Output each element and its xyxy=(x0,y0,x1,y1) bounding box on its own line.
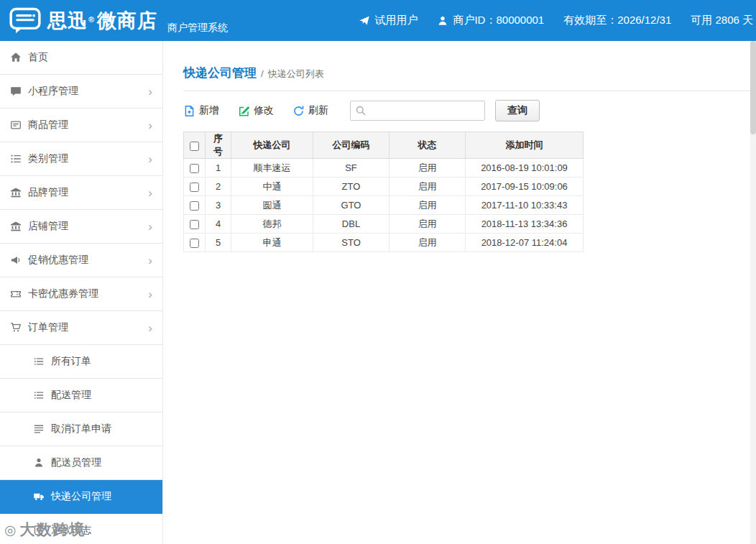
cell-added: 2018-11-13 13:34:36 xyxy=(466,215,584,234)
row-checkbox[interactable] xyxy=(190,183,199,192)
submenu-item-label: 取消订单申请 xyxy=(51,423,152,435)
sidebar-item-miniprogram[interactable]: 小程序管理 › xyxy=(0,75,162,109)
sidebar-item-label: 类别管理 xyxy=(28,152,148,165)
sidebar-item-promotion[interactable]: 促销优惠管理 › xyxy=(0,244,162,277)
sidebar: 首页 小程序管理 › 商品管理 › 类别管理 › 品牌管理 › 店铺管理 › xyxy=(0,41,163,544)
sidebar-item-label: 商品管理 xyxy=(28,119,148,132)
days-available-badge: 可用 2806 天 xyxy=(691,14,753,27)
cell-code: DBL xyxy=(313,215,389,234)
cell-no: 5 xyxy=(206,234,231,252)
checkbox-cell xyxy=(184,234,206,252)
sidebar-item-coupon[interactable]: 卡密优惠券管理 › xyxy=(0,277,162,311)
brand-name: 思迅 xyxy=(47,10,88,32)
table-row[interactable]: 3 圆通 GTO 启用 2017-11-10 10:33:43 xyxy=(184,196,584,215)
col-header-status: 状态 xyxy=(389,132,466,159)
sidebar-item-shop[interactable]: 店铺管理 › xyxy=(0,210,162,244)
sidebar-item-orders[interactable]: 订单管理 › xyxy=(0,311,162,345)
home-icon xyxy=(10,52,22,63)
row-checkbox[interactable] xyxy=(190,239,199,248)
cell-code: SF xyxy=(313,159,389,178)
vertical-scrollbar[interactable] xyxy=(750,41,756,544)
cell-code: ZTO xyxy=(313,178,389,196)
submenu-item-label: 快递公司管理 xyxy=(51,490,152,503)
checkbox-cell xyxy=(184,178,206,196)
row-checkbox[interactable] xyxy=(190,164,199,173)
sidebar-item-label: 品牌管理 xyxy=(28,186,148,199)
page-title: 快递公司管理 xyxy=(183,65,257,81)
merchant-id-badge: 商户ID：80000001 xyxy=(437,14,544,27)
row-checkbox[interactable] xyxy=(190,201,199,211)
chevron-right-icon: › xyxy=(148,119,152,132)
main-content: 快递公司管理 / 快递公司列表 新增 修改 刷新 xyxy=(163,41,756,544)
chevron-right-icon: › xyxy=(148,322,152,334)
sidebar-item-label: 小程序管理 xyxy=(28,85,148,98)
brand-subtitle: 商户管理系统 xyxy=(167,22,228,41)
sidebar-item-label: 促销优惠管理 xyxy=(28,254,148,267)
shop-icon xyxy=(10,221,22,232)
sidebar-item-brand[interactable]: 品牌管理 › xyxy=(0,176,162,210)
sidebar-item-label: 卡密优惠券管理 xyxy=(28,287,148,300)
submenu-item-all-orders[interactable]: 所有订单 xyxy=(0,345,162,379)
cell-no: 2 xyxy=(206,178,231,196)
sidebar-item-goods[interactable]: 商品管理 › xyxy=(0,109,162,142)
refresh-label: 刷新 xyxy=(308,104,328,117)
order-cart-icon xyxy=(10,322,22,333)
row-checkbox[interactable] xyxy=(190,220,199,229)
query-button[interactable]: 查询 xyxy=(495,100,540,121)
brand: 思迅®微商店 商户管理系统 xyxy=(0,0,228,41)
refresh-icon xyxy=(292,105,305,117)
table-row[interactable]: 2 中通 ZTO 启用 2017-09-15 10:09:06 xyxy=(184,178,584,196)
search-box xyxy=(350,101,485,121)
cell-no: 4 xyxy=(206,215,231,234)
orders-submenu: 所有订单 配送管理 取消订单申请 配送员管理 快递公司管理 xyxy=(0,345,162,544)
cell-company: 申通 xyxy=(231,234,313,252)
list-icon xyxy=(33,423,45,435)
submenu-item-cancel-requests[interactable]: 取消订单申请 xyxy=(0,412,162,446)
select-all-cell xyxy=(184,132,206,159)
edit-label: 修改 xyxy=(254,104,274,117)
col-header-no: 序号 xyxy=(206,132,231,159)
cell-added: 2017-09-15 10:09:06 xyxy=(466,178,584,196)
sidebar-item-home[interactable]: 首页 xyxy=(0,41,162,75)
select-all-checkbox[interactable] xyxy=(190,142,199,151)
edit-button[interactable]: 修改 xyxy=(238,104,274,117)
registered-mark: ® xyxy=(88,15,95,24)
sidebar-item-category[interactable]: 类别管理 › xyxy=(0,142,162,176)
search-icon xyxy=(355,105,367,116)
cell-added: 2016-08-19 10:01:09 xyxy=(466,159,584,178)
add-label: 新增 xyxy=(199,104,219,117)
promotion-icon xyxy=(10,254,22,266)
cell-status: 启用 xyxy=(389,196,466,215)
add-button[interactable]: 新增 xyxy=(183,104,219,117)
cell-status: 启用 xyxy=(389,159,466,178)
app-logo-icon xyxy=(9,7,42,34)
chevron-right-icon: › xyxy=(148,221,152,233)
cell-company: 德邦 xyxy=(231,215,313,234)
trial-user-label: 试用用户 xyxy=(374,14,418,27)
checkbox-cell xyxy=(184,215,206,234)
submenu-item-refund-log[interactable]: 退款日志 xyxy=(0,514,162,544)
submenu-item-delivery[interactable]: 配送管理 xyxy=(0,379,162,412)
col-header-added: 添加时间 xyxy=(466,132,584,159)
refresh-button[interactable]: 刷新 xyxy=(292,104,328,117)
cell-no: 3 xyxy=(206,196,231,215)
submenu-item-label: 所有订单 xyxy=(51,355,152,368)
trial-user-badge[interactable]: 试用用户 xyxy=(359,14,418,27)
valid-until-label: 有效期至：2026/12/31 xyxy=(563,14,671,27)
cell-status: 启用 xyxy=(389,215,466,234)
top-header: 思迅®微商店 商户管理系统 试用用户 商户ID：80000001 有效期至：20… xyxy=(0,0,756,41)
col-header-code: 公司编码 xyxy=(313,132,389,159)
category-icon xyxy=(10,153,22,165)
search-input[interactable] xyxy=(350,101,485,121)
scrollbar-thumb[interactable] xyxy=(750,41,756,134)
list-icon xyxy=(33,389,45,401)
cell-code: STO xyxy=(313,234,389,252)
submenu-item-couriers[interactable]: 配送员管理 xyxy=(0,446,162,480)
express-company-table: 序号 快递公司 公司编码 状态 添加时间 1 顺丰速运 SF 启用 2016-0… xyxy=(183,132,584,252)
submenu-item-express-companies[interactable]: 快递公司管理 xyxy=(0,480,162,514)
table-row[interactable]: 4 德邦 DBL 启用 2018-11-13 13:34:36 xyxy=(184,215,584,234)
table-row[interactable]: 1 顺丰速运 SF 启用 2016-08-19 10:01:09 xyxy=(184,159,584,178)
table-row[interactable]: 5 申通 STO 启用 2018-12-07 11:24:04 xyxy=(184,234,584,252)
sidebar-item-label: 订单管理 xyxy=(28,321,148,334)
col-header-company: 快递公司 xyxy=(231,132,313,159)
